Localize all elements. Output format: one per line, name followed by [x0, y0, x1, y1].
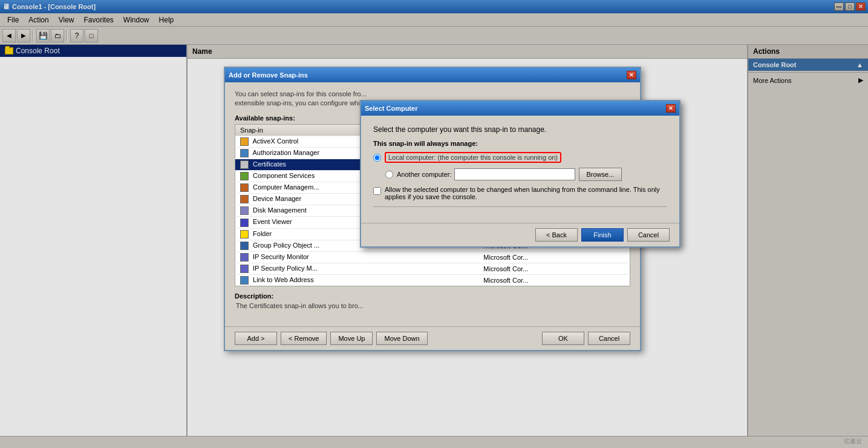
remove-button[interactable]: < Remove: [281, 332, 327, 345]
snapin-footer-right: OK Cancel: [542, 332, 630, 345]
snapin-footer: Add > < Remove Move Up Move Down OK Canc…: [225, 326, 640, 350]
back-button[interactable]: < Back: [535, 228, 578, 242]
radio-another[interactable]: [385, 171, 393, 179]
browse-button[interactable]: Browse...: [579, 168, 622, 181]
description-label: Description:: [235, 292, 630, 300]
sc-close-button[interactable]: ✕: [666, 104, 676, 113]
sc-footer: < Back Finish Cancel: [361, 223, 679, 246]
table-row[interactable]: Link to Web Address Microsoft Cor...: [235, 274, 630, 286]
finish-button[interactable]: Finish: [581, 228, 624, 242]
move-down-button[interactable]: Move Down: [376, 332, 427, 345]
sc-cancel-button[interactable]: Cancel: [627, 228, 670, 242]
sc-subtitle: This snap-in will always manage:: [373, 140, 667, 147]
table-row[interactable]: IP Security Monitor Microsoft Cor...: [235, 251, 630, 263]
select-computer-title: Select Computer: [365, 105, 417, 112]
dialog-select-computer: Select Computer ✕ Select the computer yo…: [360, 100, 680, 248]
snapin-dialog-title: Add or Remove Snap-ins: [229, 71, 308, 79]
select-computer-content: Select the computer you want this snap-i…: [361, 116, 679, 223]
snapin-title-controls: ✕: [627, 71, 636, 79]
another-computer-label: Another computer:: [397, 171, 452, 178]
ok-button[interactable]: OK: [542, 332, 584, 345]
snapin-close-button[interactable]: ✕: [627, 71, 636, 79]
description-text: The Certificates snap-in allows you to b…: [235, 301, 630, 319]
sc-separator: [373, 206, 667, 207]
checkbox-row: Allow the selected computer to be change…: [373, 186, 667, 200]
radio-local[interactable]: [373, 154, 381, 162]
move-up-button[interactable]: Move Up: [330, 332, 373, 345]
sc-intro-text: Select the computer you want this snap-i…: [373, 125, 667, 134]
snapin-dialog-title-bar: Add or Remove Snap-ins ✕: [225, 68, 640, 82]
sc-title-controls: ✕: [666, 104, 676, 113]
radio-group: Local computer: (the computer this conso…: [373, 152, 667, 181]
radio-local-row: Local computer: (the computer this conso…: [373, 152, 667, 163]
another-computer-input[interactable]: [454, 168, 575, 180]
snapin-footer-left: Add > < Remove Move Up Move Down: [235, 332, 428, 345]
allow-change-checkbox[interactable]: [373, 187, 381, 195]
radio-local-label: Local computer: (the computer this conso…: [385, 152, 561, 163]
another-computer-row: Another computer: Browse...: [373, 168, 667, 181]
description-area: Description: The Certificates snap-in al…: [235, 292, 630, 319]
cancel-button[interactable]: Cancel: [588, 332, 630, 345]
checkbox-label: Allow the selected computer to be change…: [385, 186, 667, 200]
table-row[interactable]: IP Security Policy M... Microsoft Cor...: [235, 263, 630, 274]
add-button[interactable]: Add >: [235, 332, 277, 345]
select-computer-title-bar: Select Computer ✕: [361, 101, 679, 116]
